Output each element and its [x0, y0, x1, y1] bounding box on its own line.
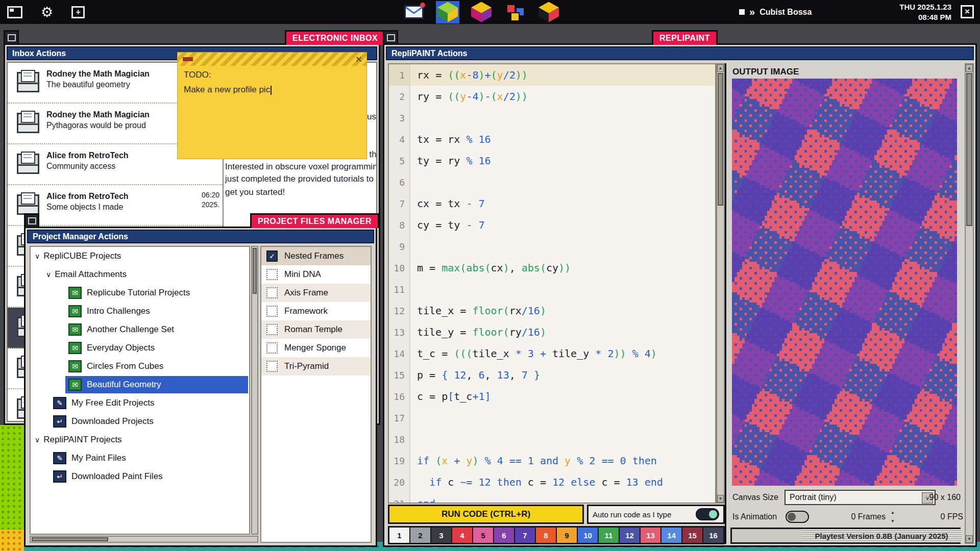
tree-item[interactable]: ∨RepliPAINT Projects [31, 431, 249, 449]
palette-color-15[interactable]: 15 [682, 528, 703, 543]
scroll-down-icon[interactable]: ▼ [966, 535, 973, 543]
scrollbar-thumb[interactable] [253, 248, 257, 294]
code-editor[interactable]: 1rx = ((x-8)+(y/2))2ry = ((y-4)-(x/2))34… [388, 63, 716, 504]
code-line[interactable]: 7cx = tx - 7 [389, 193, 715, 214]
app-mail-icon[interactable] [402, 1, 426, 23]
code-line[interactable]: 20 if c ~= 12 then c = 12 else c = 13 en… [389, 471, 715, 493]
scrollbar-thumb[interactable] [966, 73, 972, 226]
code-line[interactable]: 17 [389, 407, 715, 429]
code-line[interactable]: 13tile_y = floor(ry/16) [389, 321, 715, 343]
file-list-item[interactable]: Axis Frame [261, 284, 371, 302]
chevron-down-icon[interactable]: ∨ [35, 436, 40, 444]
file-list-item[interactable]: Menger Sponge [261, 339, 371, 357]
output-scrollbar[interactable]: ▲ ▼ [965, 63, 974, 544]
sticky-note-titlebar[interactable] [178, 53, 366, 66]
tree-item[interactable]: ∨RepliCUBE Projects [31, 247, 249, 265]
code-line[interactable]: 16c = p[t_c+1] [389, 386, 715, 407]
checkbox[interactable] [266, 324, 278, 335]
code-line[interactable]: 4tx = rx % 16 [389, 129, 715, 150]
auto-run-control[interactable]: Auto run code as I type [587, 505, 725, 524]
window-manager-icon[interactable] [7, 6, 22, 18]
window-menu-icon[interactable] [4, 30, 19, 45]
tree-item[interactable]: ✉Replicube Tutorial Projects [31, 284, 249, 302]
window-menu-icon[interactable] [383, 30, 398, 45]
code-line[interactable]: 2ry = ((y-4)-(x/2)) [389, 86, 715, 107]
tree-item[interactable]: ∨Email Attachments [31, 265, 249, 284]
code-line[interactable]: 8cy = ty - 7 [389, 214, 715, 236]
tree-item[interactable]: ✉Circles From Cubes [31, 357, 249, 375]
app-voxel-icon[interactable] [537, 1, 560, 23]
palette-color-3[interactable]: 3 [431, 528, 452, 543]
auto-run-toggle[interactable] [696, 508, 719, 520]
palette-color-13[interactable]: 13 [641, 528, 662, 543]
palette-color-12[interactable]: 12 [620, 528, 641, 543]
code-line[interactable]: 18 [389, 429, 715, 450]
email-item[interactable]: Alice from RetroTechSome objects I made0… [8, 185, 223, 226]
checkbox[interactable] [266, 287, 278, 298]
sticky-note[interactable]: × TODO: Make a new profile pic [177, 52, 367, 159]
code-line[interactable]: 3 [389, 107, 715, 129]
canvas-size-dropdown[interactable]: Portrait (tiny) ∨ [785, 490, 936, 505]
code-line[interactable]: 9 [389, 236, 715, 257]
tree-item[interactable]: ↵Downloaded Paint Files [31, 467, 249, 486]
scroll-up-icon[interactable]: ▲ [966, 64, 973, 72]
file-list-item[interactable]: Roman Temple [261, 320, 371, 339]
file-list-item[interactable]: ✓Nested Frames [261, 247, 371, 265]
code-line[interactable]: 1rx = ((x-8)+(y/2)) [389, 64, 715, 86]
close-icon[interactable]: × [356, 53, 362, 65]
add-window-icon[interactable]: + [71, 6, 85, 18]
palette-color-4[interactable]: 4 [452, 528, 473, 543]
tree-item[interactable]: ✎My Paint Files [31, 449, 249, 467]
file-list-item[interactable]: Tri-Pyramid [261, 357, 371, 375]
app-tiles-icon[interactable] [503, 1, 527, 23]
palette-color-10[interactable]: 10 [578, 528, 599, 543]
run-code-button[interactable]: RUN CODE (CTRL+R) [388, 505, 584, 524]
palette-color-6[interactable]: 6 [494, 528, 515, 543]
palette-color-1[interactable]: 1 [389, 528, 410, 543]
code-line[interactable]: 21end [389, 493, 715, 504]
code-line[interactable]: 12tile_x = floor(rx/16) [389, 300, 715, 321]
tree-item[interactable]: ✉Intro Challenges [31, 302, 249, 320]
scroll-up-icon[interactable]: ▲ [717, 64, 724, 72]
tree-item[interactable]: ✉Beautiful Geometry [31, 375, 249, 394]
palette-color-2[interactable]: 2 [410, 528, 431, 543]
is-animation-toggle[interactable] [786, 511, 809, 523]
code-line[interactable]: 15p = { 12, 6, 13, 7 } [389, 364, 715, 386]
file-list-item[interactable]: Mini DNA [261, 265, 371, 284]
inbox-window-tab[interactable]: ELECTRONIC INBOX [285, 30, 385, 45]
sticky-note-body[interactable]: TODO: Make a new profile pic [184, 70, 361, 95]
code-line[interactable]: 5ty = ry % 16 [389, 150, 715, 171]
palette-color-14[interactable]: 14 [662, 528, 682, 543]
code-line[interactable]: 19if (x + y) % 4 == 1 and y % 2 == 0 the… [389, 450, 715, 471]
checkbox[interactable] [266, 269, 278, 280]
close-icon[interactable]: × [961, 5, 974, 18]
palette-color-16[interactable]: 16 [703, 528, 723, 543]
code-line[interactable]: 6 [389, 171, 715, 193]
scrollbar-thumb[interactable] [718, 73, 723, 206]
palette-color-11[interactable]: 11 [599, 528, 620, 543]
gear-icon[interactable]: ⚙ [41, 5, 53, 20]
checkbox[interactable]: ✓ [266, 251, 278, 262]
checkbox[interactable] [266, 342, 278, 354]
stop-icon[interactable] [739, 9, 745, 15]
project-manager-tab[interactable]: PROJECT FILES MANAGER [250, 213, 379, 228]
replipaint-actions-menu[interactable]: RepliPAINT Actions [386, 46, 974, 60]
project-manager-actions-menu[interactable]: Project Manager Actions [27, 230, 374, 243]
checkbox[interactable] [266, 306, 278, 317]
palette-color-9[interactable]: 9 [557, 528, 578, 543]
chevron-down-icon[interactable]: ∨ [35, 252, 40, 260]
scrollbar-thumb[interactable] [32, 537, 108, 541]
palette-color-7[interactable]: 7 [515, 528, 536, 543]
tree-item[interactable]: ✉Everyday Objects [31, 339, 249, 357]
skip-icon[interactable]: » [749, 6, 755, 18]
replipaint-tab[interactable]: REPLIPAINT [652, 30, 718, 45]
code-scrollbar[interactable]: ▲ ▼ [716, 63, 725, 504]
tree-vertical-scrollbar[interactable] [251, 246, 258, 535]
palette-color-5[interactable]: 5 [473, 528, 494, 543]
tree-item[interactable]: ✎My Free Edit Projects [31, 394, 249, 412]
code-line[interactable]: 14t_c = (((tile_x * 3 + tile_y * 2)) % 4… [389, 343, 715, 364]
stepper-down-icon[interactable]: ▼ [889, 519, 897, 523]
app-replipaint-icon[interactable] [470, 1, 493, 23]
minimize-icon[interactable] [183, 57, 193, 61]
app-replicube-icon[interactable] [436, 1, 459, 23]
